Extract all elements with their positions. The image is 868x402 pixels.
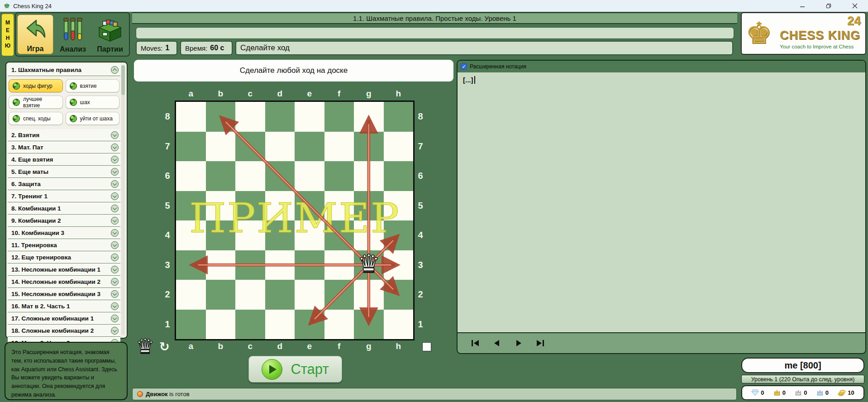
expand-button[interactable] [111, 315, 119, 322]
expand-button[interactable] [111, 290, 119, 298]
sub-lesson-button[interactable]: лучшее взятие [9, 96, 63, 109]
board-square-h6[interactable] [384, 161, 414, 191]
board-square-f6[interactable] [324, 161, 354, 191]
expand-button[interactable] [111, 144, 119, 151]
chess-board[interactable]: ПРИМЕР ♛ [175, 100, 415, 340]
sidebar-scrollbar[interactable] [121, 65, 125, 335]
board-square-e6[interactable] [295, 161, 324, 191]
sub-lesson-button[interactable]: спец. ходы [9, 112, 63, 125]
board-square-f4[interactable] [324, 220, 354, 250]
user-name-box[interactable]: me [800] [741, 358, 864, 373]
expand-button[interactable] [111, 192, 119, 200]
board-square-c6[interactable] [235, 161, 265, 191]
sidebar-section[interactable]: 11. Тренировка [8, 239, 120, 251]
board-square-a1[interactable] [176, 310, 206, 340]
board-square-f2[interactable] [324, 280, 354, 310]
sidebar-section[interactable]: 18. Сложные комбинации 2 [8, 325, 120, 337]
board-square-h1[interactable] [384, 310, 414, 340]
board-square-a7[interactable] [176, 132, 206, 162]
sidebar-section[interactable]: 17. Сложные комбинации 1 [8, 312, 120, 325]
board-square-h7[interactable] [384, 132, 414, 162]
board-square-b7[interactable] [206, 132, 236, 162]
board-square-b2[interactable] [206, 280, 236, 310]
board-square-g1[interactable] [354, 310, 384, 340]
board-square-h4[interactable] [384, 220, 414, 250]
expand-button[interactable] [111, 229, 119, 237]
board-square-f3[interactable] [324, 250, 354, 280]
board-square-a8[interactable] [176, 102, 206, 132]
expand-button[interactable] [111, 241, 119, 249]
board-square-e2[interactable] [295, 280, 324, 310]
expand-button[interactable] [111, 266, 119, 273]
board-square-f7[interactable] [324, 132, 354, 162]
board-square-b1[interactable] [206, 310, 236, 340]
board-square-a2[interactable] [176, 280, 206, 310]
board-square-a5[interactable] [176, 191, 206, 221]
notation-area[interactable]: [...] [458, 72, 865, 333]
minimize-button[interactable] [789, 0, 816, 12]
sidebar-section[interactable]: 10. Комбинации 3 [8, 227, 120, 239]
menu-tab[interactable]: МЕНЮ [1, 14, 14, 56]
board-square-c4[interactable] [235, 220, 265, 250]
board-square-e3[interactable] [295, 250, 324, 280]
sidebar-section[interactable]: 3. Мат. Пат [8, 141, 120, 153]
board-square-d5[interactable] [265, 191, 295, 221]
board-square-g4[interactable] [354, 220, 384, 250]
board-square-a4[interactable] [176, 220, 206, 250]
start-button[interactable]: Старт [248, 356, 342, 383]
board-square-c5[interactable] [235, 191, 265, 221]
sidebar-section[interactable]: 14. Несложные комбинации 2 [8, 276, 120, 288]
board-square-b4[interactable] [206, 220, 236, 250]
game-button[interactable]: Игра [17, 14, 53, 54]
board-square-c2[interactable] [235, 280, 265, 310]
extended-notation-checkbox[interactable]: ✓ [461, 63, 467, 70]
games-button[interactable]: Партии [92, 14, 128, 54]
board-square-e8[interactable] [295, 102, 324, 132]
expand-button[interactable] [111, 327, 119, 335]
board-square-g7[interactable] [354, 132, 384, 162]
sidebar-section[interactable]: 8. Комбинации 1 [8, 202, 120, 215]
board-square-c3[interactable] [235, 250, 265, 280]
board-square-e5[interactable] [295, 191, 324, 221]
board-square-f5[interactable] [324, 191, 354, 221]
board-square-f8[interactable] [324, 102, 354, 132]
scrollbar-thumb[interactable] [121, 65, 125, 95]
collapse-button[interactable] [111, 66, 119, 74]
sidebar-section-1[interactable]: 1. Шахматные правила [8, 64, 120, 76]
board-square-g5[interactable] [354, 191, 384, 221]
sidebar-section[interactable]: 15. Несложные комбинации 3 [8, 288, 120, 300]
expand-button[interactable] [111, 278, 119, 286]
board-square-c8[interactable] [235, 102, 265, 132]
last-move-button[interactable] [534, 337, 546, 349]
board-square-d2[interactable] [265, 280, 295, 310]
board-square-e7[interactable] [295, 132, 324, 162]
next-move-button[interactable] [513, 337, 525, 349]
expand-button[interactable] [111, 168, 119, 176]
board-square-d8[interactable] [265, 102, 295, 132]
board-square-a3[interactable] [176, 250, 206, 280]
sidebar-section[interactable]: 5. Еще маты [8, 166, 120, 178]
sidebar-section[interactable]: 12. Еще тренировка [8, 251, 120, 263]
sidebar-section[interactable]: 6. Защита [8, 178, 120, 190]
expand-button[interactable] [111, 254, 119, 261]
analysis-button[interactable]: Анализ [55, 14, 91, 54]
board-square-c1[interactable] [235, 310, 265, 340]
sidebar-section[interactable]: 9. Комбинации 2 [8, 215, 120, 227]
expand-button[interactable] [111, 180, 119, 188]
board-square-h8[interactable] [384, 102, 414, 132]
sub-lesson-button[interactable]: шах [66, 96, 120, 109]
board-square-b5[interactable] [206, 191, 236, 221]
board-square-b6[interactable] [206, 161, 236, 191]
white-queen-piece[interactable]: ♛ [358, 251, 380, 277]
board-square-a6[interactable] [176, 161, 206, 191]
side-to-move-indicator[interactable] [422, 342, 431, 351]
sidebar-section[interactable]: 2. Взятия [8, 129, 120, 141]
sub-lesson-button[interactable]: уйти от шаха [66, 112, 120, 125]
queen-palette-icon[interactable]: ♛ [136, 336, 154, 357]
expand-button[interactable] [111, 302, 119, 310]
board-square-h2[interactable] [384, 280, 414, 310]
board-square-e1[interactable] [295, 310, 324, 340]
flip-board-icon[interactable]: ↻ [159, 340, 170, 354]
board-square-d3[interactable] [265, 250, 295, 280]
close-button[interactable] [842, 0, 868, 12]
